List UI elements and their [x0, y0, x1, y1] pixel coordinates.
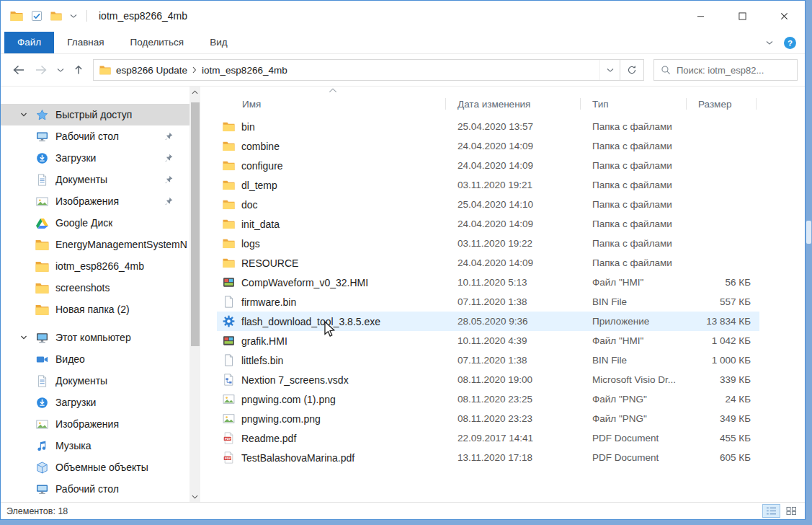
file-row-11[interactable]: flash_download_tool_3.8.5.exe28.05.2020 …: [217, 312, 759, 331]
pin-icon: [164, 131, 174, 141]
sidebar-item-5[interactable]: Изображения: [1, 190, 189, 212]
sidebar-item-13[interactable]: Документы: [1, 370, 189, 392]
recent-locations-chevron-icon[interactable]: [57, 68, 64, 73]
scrollbar-thumb[interactable]: [191, 102, 200, 346]
ribbon-tab-3[interactable]: Поделиться: [117, 32, 197, 53]
sidebar-item-11[interactable]: Этот компьютер: [1, 327, 189, 348]
column-header-3[interactable]: Тип: [584, 93, 690, 115]
ribbon-tab-4[interactable]: Вид: [197, 32, 240, 53]
sidebar-item-2[interactable]: Рабочий стол: [1, 125, 189, 147]
maximize-button[interactable]: [721, 1, 763, 31]
checkbox-toolbar-icon[interactable]: [31, 10, 43, 22]
details-view-button[interactable]: [762, 504, 780, 518]
expander-icon[interactable]: [20, 334, 35, 341]
ribbon-tab-2[interactable]: Главная: [54, 32, 117, 53]
window-title: iotm_esp8266_4mb: [99, 10, 187, 22]
file-size: 56 КБ: [690, 277, 759, 288]
scroll-up-button[interactable]: [189, 87, 200, 97]
file-row-15[interactable]: pngwing.com (1).png08.11.2020 23:25Файл …: [217, 389, 759, 409]
breadcrumb-segment-2[interactable]: iotm_esp8266_4mb: [202, 65, 287, 76]
customize-toolbar-chevron-icon[interactable]: [70, 14, 77, 19]
file-name-cell: CompWaveform_v0_32.HMI: [217, 276, 449, 288]
file-name-cell: firmware.bin: [217, 296, 449, 308]
sidebar-item-15[interactable]: Изображения: [1, 413, 189, 435]
file-row-13[interactable]: littlefs.bin07.11.2020 1:38BIN File1 000…: [217, 350, 759, 370]
file-type: Файл "PNG": [584, 413, 690, 424]
expander-spacer: [20, 241, 35, 248]
file-row-8[interactable]: RESOURCE24.04.2020 14:09Папка с файлами: [217, 253, 759, 273]
file-row-10[interactable]: firmware.bin07.11.2020 1:38BIN File557 К…: [217, 292, 759, 312]
sidebar-item-label: Загрузки: [55, 397, 96, 408]
sidebar-item-7[interactable]: EnergyManagementSystemN: [1, 234, 189, 255]
address-bar: esp8266 Updateiotm_esp8266_4mb Поиск: io…: [1, 54, 805, 87]
search-input[interactable]: Поиск: iotm_esp82...: [653, 59, 798, 81]
file-row-7[interactable]: logs03.11.2020 19:22Папка с файлами: [217, 234, 759, 253]
pdf-icon: PDF: [223, 451, 235, 464]
expander-icon[interactable]: [20, 111, 35, 118]
file-name: flash_download_tool_3.8.5.exe: [241, 316, 380, 327]
address-box[interactable]: esp8266 Updateiotm_esp8266_4mb: [93, 59, 644, 81]
forward-icon[interactable]: [35, 65, 48, 75]
scroll-down-button[interactable]: [189, 491, 200, 502]
file-name: RESOURCE: [241, 257, 298, 269]
address-dropdown-button[interactable]: [599, 60, 620, 80]
expander-spacer: [20, 306, 35, 313]
file-row-16[interactable]: pngwing.com.png08.11.2020 23:23Файл "PNG…: [217, 409, 759, 428]
file-row-12[interactable]: grafik.HMI10.11.2020 4:39Файл "HMI"1 042…: [217, 331, 759, 350]
folder-toolbar-icon[interactable]: [50, 10, 62, 22]
file-row-2[interactable]: combine24.04.2020 14:09Папка с файлами: [217, 136, 759, 156]
file-row-9[interactable]: CompWaveform_v0_32.HMI10.11.2020 5:13Фай…: [217, 273, 759, 292]
file-date: 10.11.2020 5:13: [449, 277, 584, 288]
refresh-button[interactable]: [620, 60, 643, 80]
sidebar-item-17[interactable]: Объемные объекты: [1, 456, 189, 478]
sidebar-item-6[interactable]: Google Диск: [1, 212, 189, 234]
column-header-label: Имя: [242, 99, 261, 110]
sidebar-item-14[interactable]: Загрузки: [1, 392, 189, 413]
sidebar-item-label: Быстрый доступ: [55, 109, 132, 120]
sidebar-item-4[interactable]: Документы: [1, 169, 189, 190]
scrollbar-track[interactable]: [189, 97, 200, 491]
file-row-5[interactable]: doc25.04.2020 14:10Папка с файлами: [217, 195, 759, 214]
sidebar-item-1[interactable]: Быстрый доступ: [1, 104, 189, 125]
file-row-3[interactable]: configure24.04.2020 14:09Папка с файлами: [217, 156, 759, 175]
main-content: Быстрый доступРабочий столЗагрузкиДокуме…: [1, 87, 805, 502]
sidebar-item-18[interactable]: Рабочий стол: [1, 478, 189, 500]
expander-spacer: [20, 442, 35, 449]
expander-spacer: [20, 198, 35, 205]
file-row-18[interactable]: PDFTestBalashovaMarina.pdf13.11.2020 17:…: [217, 448, 759, 467]
file-row-6[interactable]: init_data24.04.2020 14:09Папка с файлами: [217, 214, 759, 234]
sidebar-item-8[interactable]: iotm_esp8266_4mb: [1, 255, 189, 277]
explorer-window: iotm_esp8266_4mb ФайлГлавнаяПоделитьсяВи…: [0, 0, 806, 520]
sidebar-item-9[interactable]: screenshots: [1, 277, 189, 299]
expander-spacer: [20, 219, 35, 226]
breadcrumb-segment-1[interactable]: esp8266 Update: [116, 65, 187, 76]
window-controls: [679, 1, 805, 31]
column-header-4[interactable]: Размер: [690, 93, 759, 115]
ribbon-tab-1[interactable]: Файл: [4, 32, 54, 53]
file-row-17[interactable]: PDFReadme.pdf22.09.2017 14:41PDF Documen…: [217, 428, 759, 448]
file-row-14[interactable]: Nextion 7_screens.vsdx08.11.2020 19:00Mi…: [217, 370, 759, 389]
sidebar-item-16[interactable]: Музыка: [1, 435, 189, 456]
maximize-icon: [739, 12, 746, 20]
file-type: Папка с файлами: [584, 238, 690, 249]
thumbnails-view-button[interactable]: [782, 504, 800, 518]
close-button[interactable]: [763, 1, 805, 31]
file-date: 24.04.2020 14:09: [449, 160, 584, 171]
file-name: init_data: [241, 219, 280, 230]
back-icon[interactable]: [12, 65, 25, 75]
file-name-cell: bin: [217, 120, 449, 133]
column-header-1[interactable]: Имя: [217, 93, 449, 115]
file-row-1[interactable]: bin25.04.2020 13:57Папка с файлами: [217, 117, 759, 136]
column-header-2[interactable]: Дата изменения: [449, 93, 584, 115]
help-icon[interactable]: ?: [784, 37, 796, 49]
sidebar-scrollbar[interactable]: [189, 87, 200, 502]
minimize-button[interactable]: [679, 1, 721, 31]
sidebar-item-12[interactable]: Видео: [1, 348, 189, 370]
up-icon[interactable]: [73, 65, 84, 75]
sidebar-item-10[interactable]: Новая папка (2): [1, 299, 189, 320]
file-type: Файл "HMI": [584, 335, 690, 346]
collapse-ribbon-chevron-icon[interactable]: [766, 40, 773, 45]
sidebar-item-3[interactable]: Загрузки: [1, 147, 189, 169]
sidebar-item-label: Видео: [55, 353, 85, 365]
file-row-4[interactable]: dl_temp03.11.2020 19:21Папка с файлами: [217, 175, 759, 195]
